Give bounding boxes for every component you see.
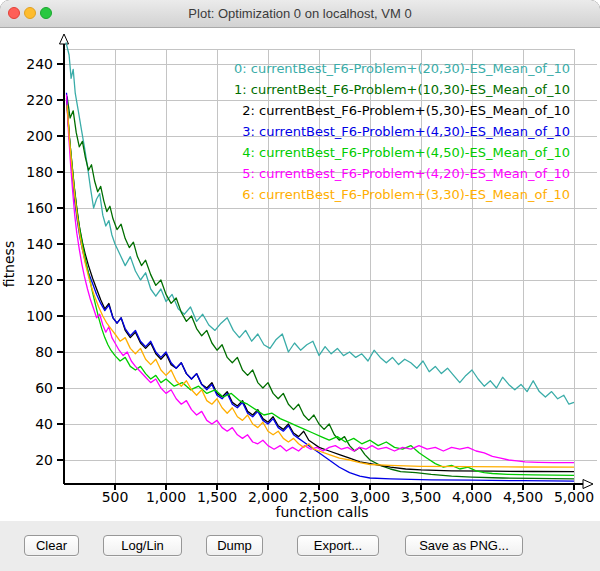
y-axis-title: fitness — [1, 241, 17, 287]
x-tick-label: 3,000 — [350, 489, 390, 505]
x-tick-label: 2,000 — [248, 489, 288, 505]
x-tick-label: 5,000 — [554, 489, 594, 505]
plot-area: 204060801001201401601802002202405001,000… — [0, 28, 600, 521]
y-tick-label: 180 — [26, 164, 53, 180]
y-tick-label: 40 — [35, 416, 53, 432]
plot-window: Plot: Optimization 0 on localhost, VM 0 … — [0, 0, 600, 571]
y-tick-label: 160 — [26, 200, 53, 216]
legend-entry-0: 0: currentBest_F6-Problem+(20,30)-ES_Mea… — [234, 59, 570, 79]
legend-entry-2: 2: currentBest_F6-Problem+(5,30)-ES_Mean… — [242, 101, 570, 121]
y-tick-label: 60 — [35, 380, 53, 396]
x-tick-label: 500 — [102, 489, 129, 505]
legend-entry-5: 5: currentBest_F6-Problem+(4,20)-ES_Mean… — [242, 164, 570, 184]
y-tick-label: 220 — [26, 92, 53, 108]
y-tick-label: 240 — [26, 56, 53, 72]
x-axis-title: function calls — [276, 504, 369, 520]
title-bar[interactable]: Plot: Optimization 0 on localhost, VM 0 — [0, 0, 600, 28]
x-tick-label: 4,000 — [452, 489, 492, 505]
y-tick-label: 80 — [35, 344, 53, 360]
y-tick-label: 200 — [26, 128, 53, 144]
x-tick-label: 1,500 — [197, 489, 237, 505]
y-tick-label: 140 — [26, 236, 53, 252]
dump-button[interactable]: Dump — [206, 535, 263, 556]
x-tick-label: 4,500 — [503, 489, 543, 505]
export-button[interactable]: Export... — [297, 535, 379, 556]
save-as-png-button[interactable]: Save as PNG... — [405, 535, 523, 556]
legend-entry-6: 6: currentBest_F6-Problem+(3,30)-ES_Mean… — [242, 185, 570, 205]
legend-entry-3: 3: currentBest_F6-Problem+(4,30)-ES_Mean… — [242, 122, 570, 142]
y-axis-arrow-icon — [60, 34, 69, 44]
x-tick-label: 1,000 — [146, 489, 186, 505]
x-tick-label: 3,500 — [401, 489, 441, 505]
toolbar: Clear Log/Lin Dump Export... Save as PNG… — [0, 521, 600, 571]
log-lin-button[interactable]: Log/Lin — [103, 535, 182, 556]
clear-button[interactable]: Clear — [24, 535, 79, 556]
y-tick-label: 120 — [26, 272, 53, 288]
x-axis-arrow-icon — [583, 480, 593, 489]
legend-entry-1: 1: currentBest_F6-Problem+(10,30)-ES_Mea… — [234, 80, 570, 100]
x-tick-label: 2,500 — [299, 489, 339, 505]
window-title: Plot: Optimization 0 on localhost, VM 0 — [0, 0, 600, 27]
y-tick-label: 20 — [35, 452, 53, 468]
legend-entry-4: 4: currentBest_F6-Problem+(4,50)-ES_Mean… — [242, 143, 570, 163]
y-tick-label: 100 — [26, 308, 53, 324]
